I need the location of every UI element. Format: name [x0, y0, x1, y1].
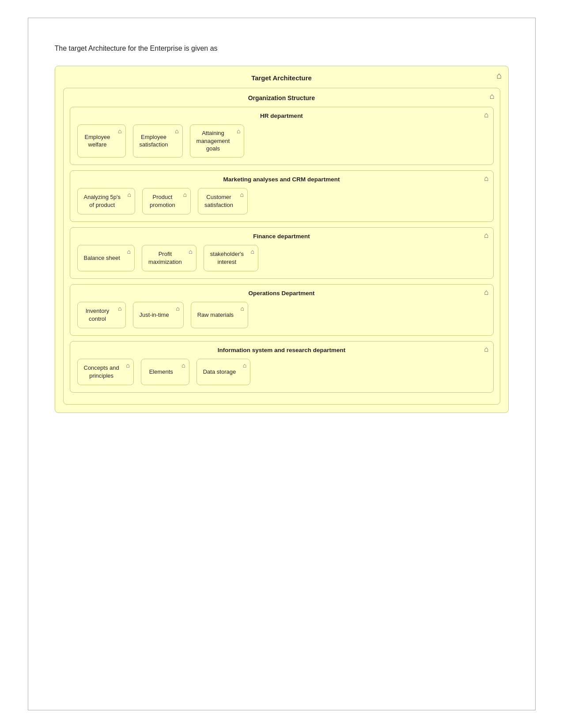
item-arch-icon-finance-2: [251, 248, 254, 255]
item-arch-icon-marketing-1: [183, 191, 186, 198]
departments-container: HR departmentEmployee welfareEmployee sa…: [70, 107, 494, 393]
item-label-hr-2: Attaining management goals: [196, 129, 238, 153]
dept-items-finance: Balance sheetProfit maximizationstakehol…: [76, 245, 488, 271]
dept-title-finance: Finance department: [76, 233, 488, 240]
item-arch-icon-finance-0: [127, 248, 130, 255]
item-box-operations-2: Raw materials: [191, 302, 248, 328]
item-box-info-2: Data storage: [196, 359, 250, 385]
item-arch-icon-marketing-0: [127, 191, 131, 198]
page: The target Architecture for the Enterpri…: [28, 18, 536, 710]
item-label-marketing-2: Customer satisfaction: [204, 193, 241, 209]
dept-items-operations: Inventory controlJust-in-timeRaw materia…: [76, 302, 488, 328]
dept-items-info: Concepts and principlesElementsData stor…: [76, 359, 488, 385]
dept-title-marketing: Marketing analyses and CRM department: [76, 176, 488, 183]
item-label-marketing-1: Product promotion: [150, 193, 183, 209]
item-label-info-0: Concepts and principles: [84, 364, 127, 379]
item-label-marketing-0: Analyzing 5p's of product: [84, 193, 128, 209]
item-label-hr-0: Employee welfare: [85, 133, 118, 149]
item-label-finance-2: stakeholder's interest: [210, 250, 252, 266]
dept-arch-icon-info: [484, 345, 488, 354]
dept-section-marketing: Marketing analyses and CRM departmentAna…: [70, 170, 494, 222]
item-box-info-0: Concepts and principles: [77, 359, 134, 385]
item-arch-icon-operations-2: [241, 305, 244, 312]
item-box-marketing-1: Product promotion: [142, 188, 191, 214]
item-arch-icon-hr-1: [175, 128, 178, 135]
item-label-info-2: Data storage: [203, 368, 244, 376]
dept-section-finance: Finance departmentBalance sheetProfit ma…: [70, 227, 494, 279]
dept-items-hr: Employee welfareEmployee satisfactionAtt…: [76, 124, 488, 158]
dept-title-info: Information system and research departme…: [76, 347, 488, 353]
item-box-operations-1: Just-in-time: [133, 302, 184, 328]
dept-title-hr: HR department: [76, 113, 488, 119]
dept-arch-icon-operations: [484, 288, 488, 297]
item-label-finance-0: Balance sheet: [84, 254, 128, 262]
item-box-operations-0: Inventory control: [77, 302, 126, 328]
item-arch-icon-info-0: [126, 362, 129, 369]
org-arch-icon: [490, 92, 495, 101]
item-arch-icon-hr-2: [237, 128, 240, 135]
item-arch-icon-operations-1: [176, 305, 179, 312]
dept-arch-icon-finance: [484, 231, 488, 240]
item-box-hr-2: Attaining management goals: [190, 124, 245, 158]
item-label-finance-1: Profit maximization: [148, 250, 190, 266]
item-box-finance-2: stakeholder's interest: [204, 245, 258, 271]
diagram-outer: Target Architecture Organization Structu…: [55, 66, 509, 413]
item-box-marketing-0: Analyzing 5p's of product: [77, 188, 135, 214]
dept-section-hr: HR departmentEmployee welfareEmployee sa…: [70, 107, 494, 165]
item-box-hr-0: Employee welfare: [77, 124, 126, 158]
dept-section-info: Information system and research departme…: [70, 341, 494, 393]
item-arch-icon-info-1: [181, 362, 185, 369]
item-arch-icon-hr-0: [118, 128, 121, 135]
diagram-title: Target Architecture: [63, 74, 500, 82]
dept-arch-icon-marketing: [484, 174, 488, 183]
intro-text: The target Architecture for the Enterpri…: [55, 45, 509, 53]
dept-title-operations: Operations Department: [76, 290, 488, 296]
dept-items-marketing: Analyzing 5p's of productProduct promoti…: [76, 188, 488, 214]
item-label-info-1: Elements: [149, 368, 181, 376]
item-label-operations-2: Raw materials: [197, 311, 242, 319]
outer-arch-icon: [496, 71, 502, 81]
item-arch-icon-finance-1: [189, 248, 192, 255]
item-box-hr-1: Employee satisfaction: [133, 124, 183, 158]
item-arch-icon-info-2: [243, 362, 246, 369]
item-box-finance-0: Balance sheet: [77, 245, 135, 271]
org-container: Organization Structure HR departmentEmpl…: [63, 88, 500, 405]
item-label-operations-0: Inventory control: [86, 307, 117, 323]
item-box-finance-1: Profit maximization: [142, 245, 196, 271]
item-box-info-1: Elements: [141, 359, 189, 385]
dept-section-operations: Operations DepartmentInventory controlJu…: [70, 284, 494, 336]
item-label-operations-1: Just-in-time: [140, 311, 177, 319]
item-box-marketing-2: Customer satisfaction: [198, 188, 248, 214]
org-title: Organization Structure: [70, 94, 494, 101]
item-arch-icon-operations-0: [118, 305, 121, 312]
dept-arch-icon-hr: [484, 111, 488, 120]
item-label-hr-1: Employee satisfaction: [140, 133, 176, 149]
item-arch-icon-marketing-2: [240, 191, 244, 198]
